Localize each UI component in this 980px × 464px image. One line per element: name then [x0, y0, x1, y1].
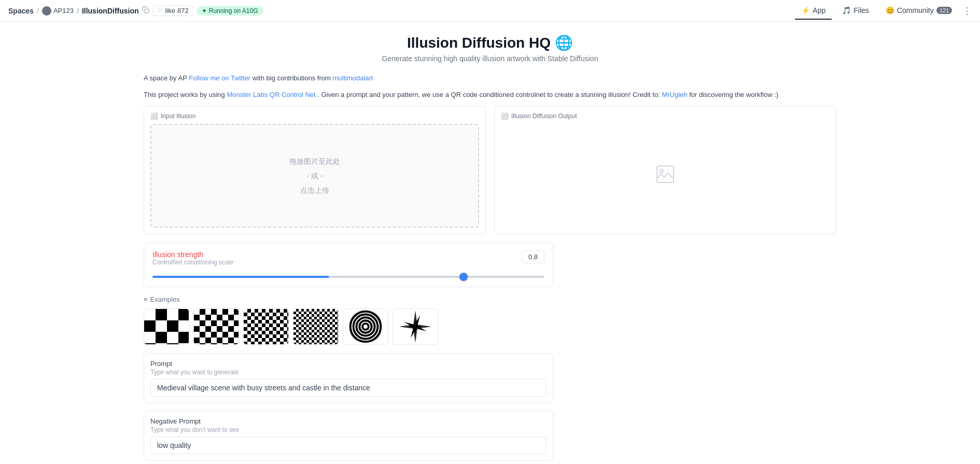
description-1: A space by AP Follow me on Twitter with … — [144, 73, 836, 83]
upload-line2: - 或 - — [289, 168, 340, 183]
example-2[interactable] — [193, 308, 239, 345]
title-section: Illusion Diffusion HQ 🌐 Generate stunnin… — [144, 34, 836, 63]
negative-prompt-label: Negative Prompt — [150, 417, 547, 425]
examples-header: ≡ Examples — [144, 296, 553, 303]
app-subtitle: Generate stunning high quality illusion … — [144, 54, 836, 63]
mrugleh-link[interactable]: MrUgleh — [662, 91, 687, 99]
desc1-prefix: A space by AP — [144, 74, 189, 82]
input-icon: ⬜ — [150, 113, 158, 120]
svg-rect-2 — [657, 166, 674, 182]
app-title: Illusion Diffusion HQ 🌐 — [144, 34, 836, 51]
app-tab-label: App — [813, 6, 825, 15]
heart-icon: ♡ — [157, 7, 163, 15]
negative-prompt-section: Negative Prompt Type what you don't want… — [144, 411, 553, 461]
monster-labs-link[interactable]: Monster Labs QR Control Net — [227, 91, 315, 99]
examples-label: Examples — [150, 296, 180, 303]
like-button[interactable]: ♡ like 872 — [152, 5, 193, 16]
examples-list-icon: ≡ — [144, 296, 148, 303]
example-1[interactable] — [144, 308, 189, 345]
desc2-suffix: for discovering the workflow :) — [689, 91, 778, 99]
multimodalart-link[interactable]: multimodalart — [332, 74, 373, 82]
negative-prompt-panel: Negative Prompt Type what you don't want… — [144, 411, 553, 461]
like-count: 872 — [177, 7, 189, 15]
desc2-prefix: This project works by using — [144, 91, 227, 99]
prompt-panel: Prompt Type what you want to generate — [144, 353, 553, 403]
app-tab-icon: ⚡ — [801, 6, 810, 15]
output-icon: ⬜ — [501, 113, 509, 120]
output-panel: ⬜ Illusion Diffusion Output — [494, 106, 836, 234]
prompt-label: Prompt — [150, 360, 547, 368]
nav-left: Spaces / AP123 / IllusionDiffusion ♡ lik… — [8, 5, 795, 16]
svg-point-14 — [414, 325, 417, 328]
negative-prompt-input[interactable] — [150, 437, 547, 454]
upload-line3: 点击上传 — [289, 183, 340, 198]
description-2: This project works by using Monster Labs… — [144, 90, 836, 100]
svg-point-0 — [44, 8, 49, 13]
upload-area[interactable]: 拖放图片至此处 - 或 - 点击上传 — [150, 124, 479, 228]
strength-subtitle: ControlNet conditioning scale — [152, 259, 233, 266]
globe-icon: 🌐 — [555, 34, 573, 51]
slider-container — [152, 271, 544, 279]
like-label: like — [165, 7, 176, 15]
example-6[interactable] — [393, 308, 438, 345]
input-panel: ⬜ Input Illusion 拖放图片至此处 - 或 - 点击上传 — [144, 106, 486, 234]
files-tab-label: Files — [853, 6, 869, 15]
desc2-middle: . Given a prompt and your pattern, we us… — [317, 91, 662, 99]
tab-community[interactable]: 😊 Community 121 — [879, 2, 958, 20]
strength-value[interactable]: 0.8 — [522, 250, 544, 263]
app-title-text: Illusion Diffusion HQ — [407, 35, 551, 51]
svg-point-3 — [660, 170, 663, 173]
twitter-link[interactable]: Follow me on Twitter — [189, 74, 250, 82]
examples-section: ≡ Examples — [144, 296, 553, 345]
copy-repo-button[interactable] — [142, 6, 149, 15]
running-label: Running on A10G — [209, 7, 258, 15]
repo-label[interactable]: IllusionDiffusion — [82, 7, 139, 15]
examples-grid — [144, 308, 553, 345]
output-placeholder — [656, 165, 675, 187]
user-info: AP123 — [42, 6, 74, 16]
nav-right: ⚡ App 🎵 Files 😊 Community 121 ⋮ — [795, 2, 972, 20]
files-tab-icon: 🎵 — [842, 6, 851, 15]
top-navigation: Spaces / AP123 / IllusionDiffusion ♡ lik… — [0, 0, 980, 22]
nav-separator-1: / — [37, 7, 39, 15]
desc1-middle: with big contributions from — [253, 74, 333, 82]
output-panel-label: ⬜ Illusion Diffusion Output — [501, 113, 830, 120]
strength-labels: Illusion strength ControlNet conditionin… — [152, 250, 233, 266]
running-icon: ✦ — [202, 7, 207, 15]
spaces-label[interactable]: Spaces — [8, 7, 34, 15]
strength-section: Illusion strength ControlNet conditionin… — [144, 243, 553, 287]
username-label[interactable]: AP123 — [53, 7, 74, 15]
strength-slider[interactable] — [152, 276, 544, 278]
left-column-controls: Illusion strength ControlNet conditionin… — [144, 243, 553, 461]
tab-files[interactable]: 🎵 Files — [836, 2, 875, 20]
main-content: Illusion Diffusion HQ 🌐 Generate stunnin… — [127, 22, 853, 464]
upload-text: 拖放图片至此处 - 或 - 点击上传 — [289, 154, 340, 198]
negative-prompt-sublabel: Type what you don't want to see — [150, 426, 547, 433]
io-columns: ⬜ Input Illusion 拖放图片至此处 - 或 - 点击上传 ⬜ Il… — [144, 106, 836, 234]
prompt-input[interactable] — [150, 379, 547, 397]
input-panel-label: ⬜ Input Illusion — [150, 113, 479, 120]
example-3[interactable] — [243, 308, 289, 345]
example-4[interactable] — [293, 308, 339, 345]
community-badge: 121 — [936, 7, 952, 14]
more-menu-button[interactable]: ⋮ — [962, 5, 972, 17]
svg-rect-1 — [145, 9, 149, 13]
community-tab-icon: 😊 — [886, 6, 894, 15]
strength-title: Illusion strength — [152, 250, 233, 259]
running-badge: ✦ Running on A10G — [197, 6, 263, 16]
upload-line1: 拖放图片至此处 — [289, 154, 340, 168]
output-area — [501, 124, 830, 228]
user-avatar — [42, 6, 51, 16]
tab-app[interactable]: ⚡ App — [795, 2, 832, 20]
nav-separator-2: / — [77, 7, 79, 15]
prompt-section: Prompt Type what you want to generate — [144, 353, 553, 403]
prompt-sublabel: Type what you want to generate — [150, 369, 547, 376]
community-tab-label: Community — [897, 6, 934, 15]
example-5[interactable] — [343, 308, 388, 345]
strength-header: Illusion strength ControlNet conditionin… — [152, 250, 544, 266]
